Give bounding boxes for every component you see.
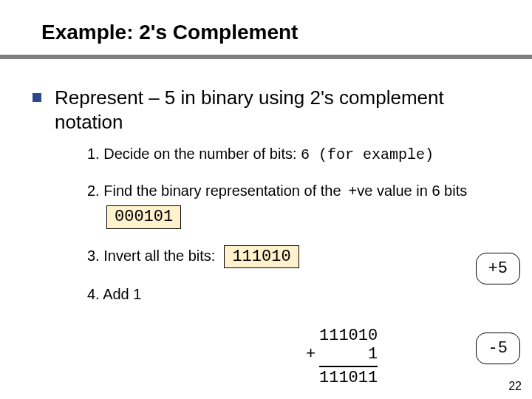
step-2-value: 000101 — [106, 205, 181, 229]
addend-a: 111010 — [319, 327, 378, 345]
step-3-value: 111010 — [224, 245, 299, 269]
step-2: 2. Find the binary representation of the… — [87, 181, 502, 229]
page-number: 22 — [508, 380, 522, 393]
step-2-line2: +ve value in 6 bits — [349, 181, 468, 201]
step-1-value: 6 (for example) — [301, 146, 434, 163]
step-4-label: 4. Add 1 — [87, 286, 141, 302]
main-point: Represent – 5 in binary using 2's comple… — [55, 86, 502, 134]
step-1-label: 1. Decide on the number of bits: — [87, 146, 297, 162]
addition-block: 111010 1 + 111011 — [319, 327, 378, 387]
slide-title: Example: 2's Complement — [0, 0, 532, 55]
addition-sum: 111011 — [319, 366, 378, 387]
step-3: 3. Invert all the bits: 111010 — [87, 245, 502, 269]
addend-b: 1 — [319, 345, 378, 364]
callout-negative: -5 — [476, 332, 520, 364]
step-2-line1: 2. Find the binary representation of the — [87, 181, 341, 201]
step-4: 4. Add 1 — [87, 284, 502, 304]
bullet-icon — [33, 93, 41, 102]
step-3-label: 3. Invert all the bits: — [87, 246, 215, 266]
plus-sign: + — [306, 345, 316, 364]
step-1: 1. Decide on the number of bits: 6 (for … — [87, 144, 502, 165]
callout-positive: +5 — [476, 253, 520, 284]
